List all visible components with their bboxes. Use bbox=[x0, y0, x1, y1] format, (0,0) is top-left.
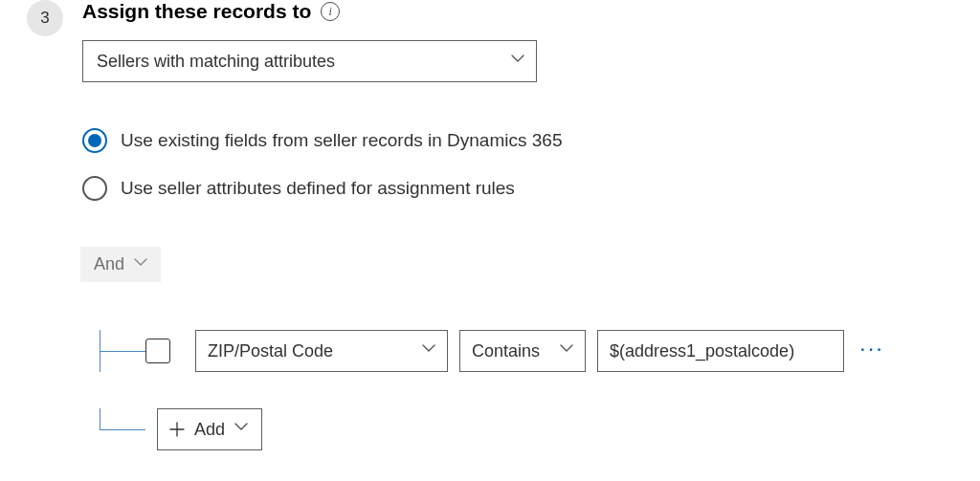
section-title: Assign these records to bbox=[82, 0, 311, 23]
condition-builder: And ZIP/Postal Code bbox=[80, 247, 953, 450]
radio-icon-selected bbox=[82, 128, 107, 153]
condition-operator-dropdown[interactable]: Contains bbox=[459, 330, 586, 372]
add-button-label: Add bbox=[194, 420, 225, 440]
add-condition-button[interactable]: Add bbox=[157, 408, 262, 450]
radio-label: Use seller attributes defined for assign… bbox=[121, 178, 515, 199]
condition-checkbox[interactable] bbox=[145, 339, 170, 363]
chevron-down-icon bbox=[511, 55, 524, 68]
plus-icon bbox=[169, 422, 185, 437]
tree-connector bbox=[100, 408, 145, 450]
step-number-badge: 3 bbox=[27, 0, 63, 36]
tree-connector bbox=[100, 330, 145, 372]
assign-to-dropdown[interactable]: Sellers with matching attributes bbox=[82, 40, 537, 82]
radio-label: Use existing fields from seller records … bbox=[121, 130, 562, 151]
chevron-down-icon bbox=[560, 344, 573, 358]
chevron-down-icon bbox=[422, 344, 435, 358]
radio-use-existing-fields[interactable]: Use existing fields from seller records … bbox=[82, 128, 953, 153]
add-row: Add bbox=[100, 372, 953, 450]
logic-operator-label: And bbox=[94, 254, 124, 274]
chevron-down-icon bbox=[134, 258, 147, 272]
chevron-down-icon bbox=[234, 423, 248, 436]
condition-field-value: ZIP/Postal Code bbox=[208, 341, 333, 361]
info-icon[interactable]: i bbox=[321, 2, 340, 21]
condition-row: ZIP/Postal Code Contains ··· bbox=[100, 294, 953, 372]
more-actions-icon[interactable]: ··· bbox=[859, 337, 884, 365]
logic-operator-dropdown[interactable]: And bbox=[80, 247, 161, 282]
assign-to-value: Sellers with matching attributes bbox=[97, 52, 335, 72]
condition-field-dropdown[interactable]: ZIP/Postal Code bbox=[195, 330, 448, 372]
condition-value-input[interactable] bbox=[597, 330, 844, 372]
radio-use-seller-attributes[interactable]: Use seller attributes defined for assign… bbox=[82, 176, 953, 201]
step-number: 3 bbox=[40, 9, 49, 28]
radio-icon-unselected bbox=[82, 176, 107, 201]
condition-operator-value: Contains bbox=[472, 341, 540, 361]
